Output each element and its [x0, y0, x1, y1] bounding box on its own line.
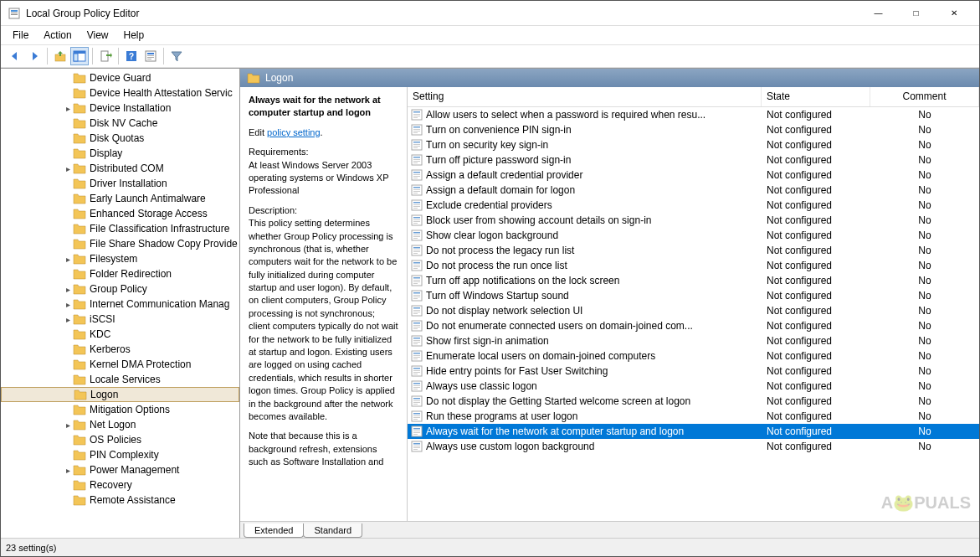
folder-icon: [247, 72, 260, 84]
list-row[interactable]: Turn off picture password sign-inNot con…: [408, 152, 979, 168]
tab-extended[interactable]: Extended: [244, 523, 304, 538]
cell-comment: No: [870, 365, 979, 377]
tree-item[interactable]: Driver Installation: [1, 176, 239, 191]
list-row[interactable]: Always use classic logonNot configuredNo: [408, 379, 979, 394]
svg-rect-92: [413, 338, 420, 339]
list-row[interactable]: Do not process the legacy run listNot co…: [408, 243, 979, 258]
tree-item[interactable]: ▸Distributed COM: [1, 161, 239, 176]
tree-item[interactable]: File Classification Infrastructure: [1, 221, 239, 236]
menu-help[interactable]: Help: [117, 28, 151, 43]
expander-icon[interactable]: ▸: [63, 466, 73, 475]
folder-icon: [73, 328, 86, 340]
list-row[interactable]: Assign a default domain for logonNot con…: [408, 183, 979, 198]
maximize-button[interactable]: □: [897, 2, 935, 25]
tree-item[interactable]: Recovery: [1, 477, 239, 493]
tree-item[interactable]: Locale Services: [1, 372, 239, 387]
svg-rect-117: [413, 413, 420, 415]
folder-icon: [73, 283, 86, 295]
back-button[interactable]: [6, 47, 24, 65]
col-setting[interactable]: Setting: [408, 87, 762, 106]
tree-item[interactable]: Logon: [1, 387, 239, 402]
list-row[interactable]: Run these programs at user logonNot conf…: [408, 409, 979, 424]
properties-button[interactable]: [141, 47, 160, 65]
cell-comment: No: [870, 245, 979, 256]
list-row[interactable]: Exclude credential providersNot configur…: [408, 198, 979, 213]
tree-item[interactable]: ▸Group Policy: [1, 281, 239, 297]
edit-policy-link[interactable]: policy setting: [267, 127, 321, 137]
menu-view[interactable]: View: [80, 28, 115, 43]
col-state[interactable]: State: [762, 87, 870, 106]
show-hide-tree-button[interactable]: [70, 47, 89, 65]
expander-icon[interactable]: ▸: [63, 255, 73, 264]
tree-item[interactable]: Kernel DMA Protection: [1, 357, 239, 372]
list-row[interactable]: Assign a default credential providerNot …: [408, 168, 979, 183]
list-row[interactable]: Turn on security key sign-inNot configur…: [408, 137, 979, 152]
list-row[interactable]: Show first sign-in animationNot configur…: [408, 333, 979, 348]
svg-rect-27: [413, 142, 420, 143]
menu-action[interactable]: Action: [37, 28, 78, 43]
svg-rect-124: [413, 432, 420, 433]
tree-item[interactable]: PIN Complexity: [1, 447, 239, 462]
expander-icon[interactable]: ▸: [63, 285, 73, 294]
tree-item[interactable]: Disk Quotas: [1, 131, 239, 146]
list-row[interactable]: Always wait for the network at computer …: [408, 424, 979, 439]
list-body[interactable]: Allow users to select when a password is…: [408, 107, 979, 521]
tree-item-label: Internet Communication Manag: [90, 298, 229, 310]
expander-icon[interactable]: ▸: [63, 315, 73, 324]
col-comment[interactable]: Comment: [870, 87, 979, 106]
tree-item[interactable]: Device Health Attestation Servic: [1, 85, 239, 101]
tree-item[interactable]: Kerberos: [1, 342, 239, 357]
close-button[interactable]: ✕: [935, 2, 972, 25]
list-row[interactable]: Turn on convenience PIN sign-inNot confi…: [408, 122, 979, 137]
tree-item[interactable]: Remote Assistance: [1, 493, 239, 508]
tab-standard[interactable]: Standard: [303, 523, 362, 538]
minimize-button[interactable]: —: [859, 2, 897, 25]
up-button[interactable]: [51, 47, 69, 65]
tree-item[interactable]: ▸Device Installation: [1, 101, 239, 116]
list-row[interactable]: Show clear logon backgroundNot configure…: [408, 228, 979, 243]
list-row[interactable]: Do not display network selection UINot c…: [408, 303, 979, 318]
tree-item[interactable]: ▸Power Management: [1, 462, 239, 477]
list-row[interactable]: Turn off app notifications on the lock s…: [408, 273, 979, 288]
list-row[interactable]: Do not process the run once listNot conf…: [408, 258, 979, 273]
tree-item[interactable]: ▸Filesystem: [1, 251, 239, 266]
tree-item[interactable]: Enhanced Storage Access: [1, 206, 239, 221]
list-row[interactable]: Enumerate local users on domain-joined c…: [408, 348, 979, 364]
list-row[interactable]: Turn off Windows Startup soundNot config…: [408, 288, 979, 303]
tree-item[interactable]: File Share Shadow Copy Provide: [1, 236, 239, 251]
list-row[interactable]: Do not enumerate connected users on doma…: [408, 318, 979, 333]
tree-item[interactable]: Disk NV Cache: [1, 116, 239, 131]
tree-item[interactable]: Folder Redirection: [1, 266, 239, 281]
tree-item[interactable]: ▸iSCSI: [1, 312, 239, 327]
tree-item-label: Kerberos: [90, 343, 131, 355]
cell-comment: No: [870, 290, 979, 302]
list-row[interactable]: Hide entry points for Fast User Switchin…: [408, 364, 979, 379]
svg-rect-93: [413, 340, 420, 341]
forward-button[interactable]: [25, 47, 44, 65]
tree-item[interactable]: ▸Internet Communication Manag: [1, 297, 239, 312]
tree-pane[interactable]: Device GuardDevice Health Attestation Se…: [1, 69, 240, 538]
tree-item[interactable]: OS Policies: [1, 432, 239, 447]
list-row[interactable]: Always use custom logon backgroundNot co…: [408, 439, 979, 454]
description-pane[interactable]: Always wait for the network at computer …: [240, 87, 408, 521]
list-row[interactable]: Do not display the Getting Started welco…: [408, 394, 979, 409]
expander-icon[interactable]: ▸: [63, 164, 73, 173]
tree-item[interactable]: ▸Net Logon: [1, 417, 239, 432]
help-button[interactable]: ?: [122, 47, 141, 65]
expander-icon[interactable]: ▸: [63, 300, 73, 309]
list-row[interactable]: Allow users to select when a password is…: [408, 107, 979, 122]
filter-button[interactable]: [167, 47, 186, 65]
tree-item[interactable]: Display: [1, 146, 239, 161]
expander-icon[interactable]: ▸: [63, 420, 73, 430]
tree-item[interactable]: Device Guard: [1, 70, 239, 85]
svg-rect-107: [413, 383, 420, 384]
tree-item[interactable]: Mitigation Options: [1, 402, 239, 417]
export-button[interactable]: [96, 47, 115, 65]
tree-item[interactable]: KDC: [1, 327, 239, 342]
expander-icon[interactable]: ▸: [63, 104, 73, 113]
menu-file[interactable]: File: [6, 28, 35, 43]
list-row[interactable]: Block user from showing account details …: [408, 213, 979, 228]
svg-rect-29: [413, 146, 420, 147]
policy-icon: [411, 365, 423, 377]
tree-item[interactable]: Early Launch Antimalware: [1, 191, 239, 206]
